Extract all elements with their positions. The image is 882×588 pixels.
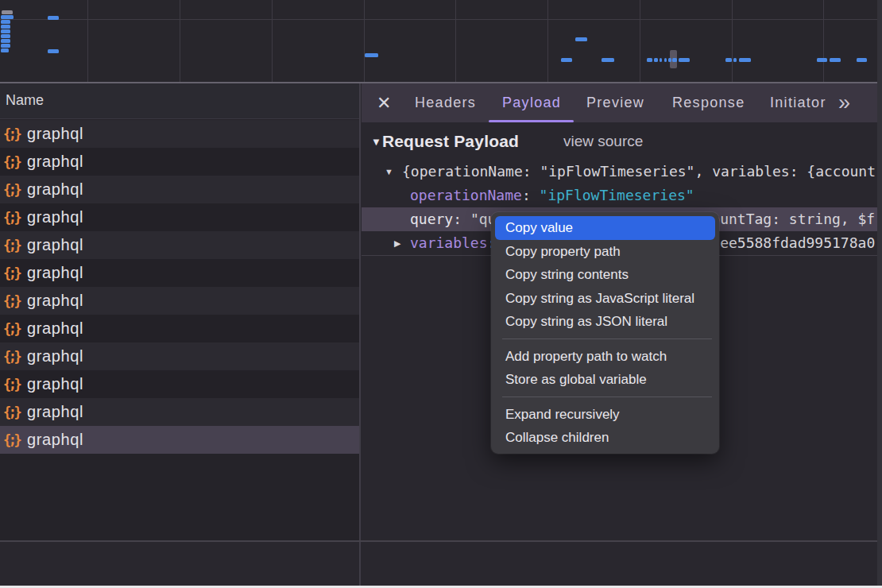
menu-item[interactable]: Copy property path [495, 240, 715, 264]
overview-request-bar [733, 58, 737, 62]
menu-item[interactable]: Collapse children [495, 426, 715, 450]
overview-request-bar [725, 58, 732, 62]
tab-initiator[interactable]: Initiator [770, 83, 826, 122]
collapse-triangle-icon[interactable]: ▼ [371, 136, 381, 148]
view-source-label: view source [563, 133, 643, 150]
overview-request-bar [1, 20, 10, 24]
json-braces-icon: {;} [3, 349, 27, 365]
request-row[interactable]: {;}graphql [0, 398, 359, 426]
menu-item[interactable]: Expand recursively [495, 403, 715, 427]
overview-request-bar [679, 58, 690, 62]
request-name: graphql [27, 375, 83, 393]
property-value: "ipFlowTimeseries" [540, 187, 694, 203]
json-braces-icon: {;} [3, 126, 27, 142]
footer-divider [0, 540, 877, 542]
menu-item[interactable]: Store as global variable [495, 368, 715, 392]
chevron-double-right-icon: » [838, 91, 850, 115]
overview-request-bar [647, 58, 652, 62]
request-list-panel: Name {;}graphql{;}graphql{;}graphql{;}gr… [0, 83, 359, 540]
close-icon[interactable]: ✕ [377, 83, 391, 122]
overview-request-bar [48, 49, 59, 53]
menu-item[interactable]: Copy value [495, 216, 715, 240]
property-key: query [410, 211, 453, 227]
overview-request-bar [561, 58, 572, 62]
grid-line [732, 0, 733, 82]
grid-line [823, 0, 824, 82]
request-name: graphql [27, 125, 83, 143]
json-braces-icon: {;} [3, 265, 27, 281]
tab-preview[interactable]: Preview [586, 83, 644, 122]
overview-request-bar [1, 39, 10, 43]
request-row[interactable]: {;}graphql [0, 203, 359, 231]
tab-headers[interactable]: Headers [415, 83, 476, 122]
json-braces-icon: {;} [3, 238, 27, 253]
request-row[interactable]: {;}graphql [0, 120, 359, 148]
request-name: graphql [27, 431, 83, 449]
column-header-label: Name [6, 92, 44, 109]
json-braces-icon: {;} [3, 293, 27, 309]
network-overview[interactable] [0, 0, 882, 82]
grid-line [364, 0, 365, 82]
tab-payload[interactable]: Payload [502, 83, 561, 122]
tree-row-operation-name[interactable]: operationName: "ipFlowTimeseries" [362, 184, 877, 207]
overview-request-bar [575, 37, 587, 41]
request-row[interactable]: {;}graphql [0, 259, 359, 287]
expander-icon[interactable]: ▶ [394, 231, 400, 255]
expander-icon[interactable]: ▼ [385, 160, 393, 184]
request-name: graphql [27, 236, 83, 254]
request-name: graphql [27, 292, 83, 310]
property-key: variables [410, 234, 488, 251]
overview-request-bar [830, 58, 841, 62]
menu-item[interactable]: Copy string as JavaScript literal [495, 287, 715, 311]
request-row[interactable]: {;}graphql [0, 231, 359, 259]
request-payload-section[interactable]: ▼ Request Payload [371, 128, 519, 155]
json-braces-icon: {;} [3, 210, 27, 226]
column-header-name[interactable]: Name [0, 83, 359, 119]
json-braces-icon: {;} [3, 182, 27, 198]
overview-request-bar [664, 58, 667, 62]
request-name: graphql [27, 347, 83, 366]
request-row[interactable]: {;}graphql [0, 370, 359, 398]
overview-request-bar [857, 58, 867, 62]
overview-request-bar [1, 15, 14, 19]
tree-row-root[interactable]: ▼{operationName: "ipFlowTimeseries", var… [362, 160, 877, 184]
json-braces-icon: {;} [3, 321, 27, 337]
close-glyph: ✕ [377, 93, 391, 114]
menu-item[interactable]: Copy string as JSON literal [495, 310, 715, 334]
property-key: operationName [410, 187, 522, 203]
request-name: graphql [27, 153, 83, 171]
grid-line [0, 19, 882, 20]
overview-request-bar [660, 58, 662, 62]
overview-request-bar [654, 58, 658, 62]
request-row[interactable]: {;}graphql [0, 148, 359, 176]
overview-request-bar [739, 58, 751, 62]
tab-response[interactable]: Response [672, 83, 745, 122]
request-row[interactable]: {;}graphql [0, 315, 359, 342]
detail-tabbar: ✕ » HeadersPayloadPreviewResponseInitiat… [362, 83, 877, 122]
grid-line [87, 0, 88, 82]
view-source-link[interactable]: view source [563, 128, 643, 155]
grid-line [547, 0, 548, 82]
overview-request-bar [1, 25, 10, 29]
request-row[interactable]: {;}graphql [0, 426, 359, 454]
overview-request-bar [668, 58, 671, 62]
request-name: graphql [27, 403, 83, 421]
window-edge [877, 0, 882, 586]
menu-separator [495, 334, 715, 345]
request-name: graphql [27, 208, 83, 226]
json-braces-icon: {;} [3, 404, 27, 420]
menu-item[interactable]: Copy string contents [495, 263, 715, 287]
more-tabs-icon[interactable]: » [838, 83, 850, 122]
overview-request-bar [1, 29, 10, 33]
request-row[interactable]: {;}graphql [0, 287, 359, 315]
panel-divider[interactable] [359, 83, 361, 586]
request-row[interactable]: {;}graphql [0, 176, 359, 203]
request-name: graphql [27, 180, 83, 199]
grid-line [640, 0, 640, 82]
request-row[interactable]: {;}graphql [0, 342, 359, 370]
object-preview: {operationName: "ipFlowTimeseries", vari… [362, 163, 876, 180]
menu-item[interactable]: Add property path to watch [495, 345, 715, 369]
overview-request-bar [48, 16, 59, 20]
request-name: graphql [27, 319, 83, 338]
json-braces-icon: {;} [3, 154, 27, 170]
